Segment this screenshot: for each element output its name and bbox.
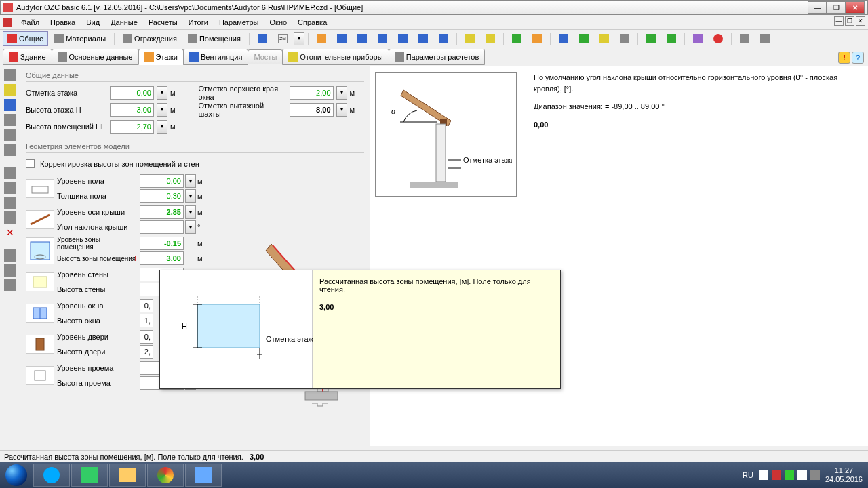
tray-i5[interactable] xyxy=(810,470,820,480)
sb-replace[interactable] xyxy=(4,264,16,277)
input-floor-level[interactable] xyxy=(140,174,184,188)
input-win-level[interactable] xyxy=(140,299,153,312)
menu-help[interactable]: Справка xyxy=(292,16,332,28)
task-skype[interactable] xyxy=(33,464,70,487)
tb-c1[interactable] xyxy=(554,31,573,46)
menu-params[interactable]: Параметры xyxy=(214,16,264,28)
mdi-close[interactable]: ✕ xyxy=(856,16,865,26)
tb-t4[interactable] xyxy=(373,31,392,46)
sb-print[interactable] xyxy=(4,144,16,156)
tab-bridges[interactable]: Мосты xyxy=(248,49,283,64)
input-win-h[interactable] xyxy=(140,314,153,327)
tab-floors[interactable]: Этажи xyxy=(138,49,184,65)
input-roof-level[interactable] xyxy=(140,205,184,219)
task-explorer[interactable] xyxy=(109,464,146,487)
sb-cut[interactable] xyxy=(4,182,16,194)
task-app[interactable] xyxy=(185,464,222,487)
sb-undo[interactable] xyxy=(4,167,16,179)
sb-sort[interactable] xyxy=(4,279,16,291)
mdi-minimize[interactable]: — xyxy=(834,16,844,26)
mdi-restore[interactable]: ❐ xyxy=(845,16,854,26)
tb-y2[interactable] xyxy=(481,31,500,46)
tb-t5[interactable] xyxy=(393,31,412,46)
tray-i1[interactable] xyxy=(759,470,768,480)
tb-x1[interactable] xyxy=(688,31,707,46)
tb-s2[interactable] xyxy=(755,31,774,46)
sb-new[interactable] xyxy=(4,69,16,81)
input-room-h[interactable] xyxy=(110,120,154,134)
tray-lang[interactable]: RU xyxy=(743,471,753,479)
svg-rect-8 xyxy=(35,371,45,380)
menu-results[interactable]: Итоги xyxy=(183,16,214,28)
sb-find[interactable] xyxy=(4,249,16,262)
tb-s1[interactable] xyxy=(735,31,754,46)
task-chrome[interactable] xyxy=(147,464,184,487)
tray-i2[interactable] xyxy=(772,470,781,480)
tab-base[interactable]: Основные данные xyxy=(52,49,139,65)
dd-floor-h[interactable]: ▾ xyxy=(157,103,167,117)
tb-p1[interactable] xyxy=(642,31,660,46)
input-roof-angle[interactable] xyxy=(140,220,184,234)
tb-materials[interactable]: Материалы xyxy=(50,31,111,46)
tb-envelopes[interactable]: Ограждения xyxy=(118,31,182,46)
menu-file[interactable]: Файл xyxy=(16,16,45,28)
sb-delete[interactable]: ✕ xyxy=(4,226,16,239)
warning-icon[interactable]: ! xyxy=(838,52,850,64)
tb-t2[interactable] xyxy=(332,31,351,46)
input-door-h[interactable] xyxy=(140,345,153,359)
start-button[interactable] xyxy=(0,462,33,488)
dd-floor-mark[interactable]: ▾ xyxy=(157,86,167,100)
dd-shaft-mark[interactable]: ▾ xyxy=(336,103,347,117)
tab-calcparams[interactable]: Параметры расчетов xyxy=(389,49,486,65)
tb-t6[interactable] xyxy=(414,31,433,46)
sb-save[interactable] xyxy=(4,99,16,111)
tb-t7[interactable] xyxy=(434,31,453,46)
tray-i4[interactable] xyxy=(797,470,807,480)
sb-open[interactable] xyxy=(4,84,16,96)
tb-p2[interactable] xyxy=(662,31,681,46)
help-icon[interactable]: ? xyxy=(852,52,864,64)
menu-view[interactable]: Вид xyxy=(81,16,105,28)
tb-t3[interactable] xyxy=(353,31,372,46)
dd-top-mark[interactable]: ▾ xyxy=(336,86,347,100)
menu-data[interactable]: Данные xyxy=(105,16,143,28)
tray-date[interactable]: 24.05.2016 xyxy=(825,475,863,484)
tb-c2[interactable] xyxy=(574,31,593,46)
tb-c3[interactable] xyxy=(595,31,614,46)
tab-building[interactable]: Здание xyxy=(3,49,52,65)
tb-x2[interactable] xyxy=(709,31,728,46)
checkbox-correction[interactable] xyxy=(26,159,35,168)
tb-icon1[interactable] xyxy=(253,31,272,46)
maximize-button[interactable]: ❐ xyxy=(827,1,846,14)
input-shaft-mark[interactable] xyxy=(290,103,334,117)
input-floor-h[interactable] xyxy=(110,103,154,117)
tb-dropdown[interactable]: ▾ xyxy=(294,32,304,45)
menu-edit[interactable]: Правка xyxy=(45,16,81,28)
close-button[interactable]: ✕ xyxy=(846,1,865,14)
tb-y1[interactable] xyxy=(460,31,479,46)
minimize-button[interactable]: — xyxy=(808,1,827,14)
tb-c4[interactable] xyxy=(615,31,634,46)
input-floor-thick[interactable] xyxy=(140,189,184,203)
tb-rooms[interactable]: Помещения xyxy=(183,31,245,46)
menu-calc[interactable]: Расчеты xyxy=(143,16,183,28)
tab-heaters[interactable]: Отопительные приборы xyxy=(282,49,389,65)
tb-general[interactable]: Общие xyxy=(3,31,48,46)
tb-g1[interactable] xyxy=(507,31,526,46)
sb-paste2[interactable] xyxy=(4,211,16,224)
tab-vent[interactable]: Вентиляция xyxy=(183,49,249,65)
sb-copy2[interactable] xyxy=(4,197,16,209)
tb-t1[interactable] xyxy=(312,31,331,46)
dd-room-h[interactable]: ▾ xyxy=(157,120,167,134)
sb-copy[interactable] xyxy=(4,114,16,126)
input-floor-mark[interactable] xyxy=(110,86,154,100)
input-top-mark[interactable] xyxy=(290,86,334,100)
task-ozc[interactable] xyxy=(71,464,108,487)
tb-icon2[interactable]: zм xyxy=(273,31,292,46)
tray-time[interactable]: 11:27 xyxy=(825,466,863,475)
menu-window[interactable]: Окно xyxy=(264,16,293,28)
tray-i3[interactable] xyxy=(785,470,794,480)
sb-paste[interactable] xyxy=(4,129,16,141)
input-door-level[interactable] xyxy=(140,330,153,344)
tb-g2[interactable] xyxy=(528,31,547,46)
